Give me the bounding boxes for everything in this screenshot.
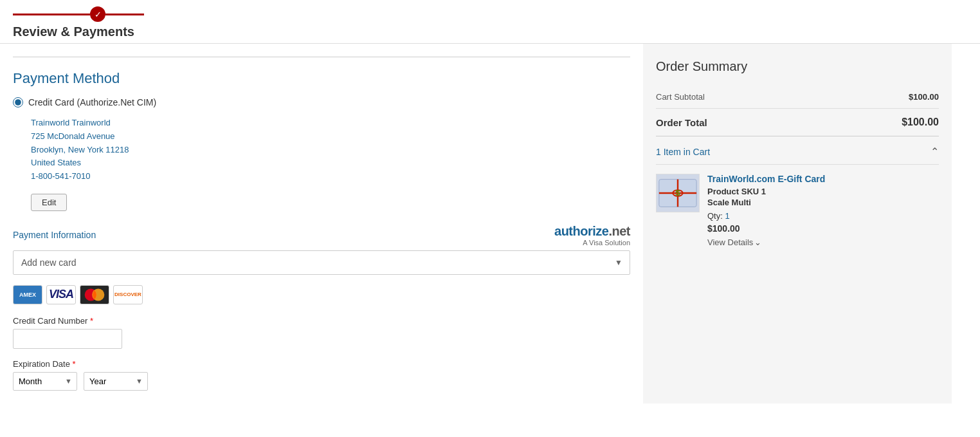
cart-subtotal-value: $100.00 [909,92,939,102]
collapse-cart-button[interactable]: ⌃ [930,145,939,158]
authorize-sub-text: A Visa Solution [554,239,630,246]
cart-item-price: $100.00 [707,223,939,234]
cart-item: $ TrainWorld.com E-Gift Card Product SKU… [656,165,939,256]
page-title: Review & Payments [13,24,967,39]
edit-button[interactable]: Edit [31,194,67,211]
card-select-wrapper: Add new card ▼ [13,250,630,275]
credit-card-number-field: Credit Card Number * [13,316,630,349]
progress-bar: ✓ [13,6,967,22]
mastercard-logo [80,285,109,304]
progress-line-left [13,14,90,15]
expiration-date-field: Expiration Date * Month 010203 040506 07… [13,359,630,391]
address-name: Trainworld Trainworld [31,116,630,130]
gift-card-image-icon: $ [657,174,699,212]
cart-item-image: $ [656,174,700,212]
payment-info-label: Payment Information [13,230,96,240]
payment-method-radio-row: Credit Card (Authorize.Net CIM) [13,97,630,107]
address-city-state: Brooklyn, New York 11218 [31,144,630,157]
credit-card-radio[interactable] [13,97,23,107]
authorize-brand-text: authorize.net [554,224,630,239]
cart-item-scale: Scale Multi [707,198,939,207]
month-select[interactable]: Month 010203 040506 070809 101112 [13,372,77,391]
cart-count: 1 Item in Cart [656,147,710,157]
progress-circle: ✓ [90,6,105,22]
order-total-label: Order Total [656,117,707,128]
authorize-net-logo: authorize.net A Visa Solution [554,224,630,246]
billing-address-block: Trainworld Trainworld 725 McDonald Avenu… [31,116,630,183]
cart-item-sku: Product SKU 1 [707,187,939,196]
view-details-link[interactable]: View Details ⌄ [707,237,939,247]
order-total-row: Order Total $100.00 [656,109,939,136]
mastercard-icon [80,285,109,304]
progress-line-right [105,14,144,15]
svg-text:$: $ [675,188,680,198]
year-select[interactable]: Year 202420252026 2027202820292030 [84,372,148,391]
order-summary-sidebar: Order Summary Cart Subtotal $100.00 Orde… [643,44,952,404]
expiration-required-star: * [73,359,76,369]
discover-logo: DISCOVER [113,285,143,304]
year-select-wrapper: Year 202420252026 2027202820292030 ▼ [84,372,148,391]
cart-item-name: TrainWorld.com E-Gift Card [707,174,939,184]
required-star: * [90,316,93,326]
expiry-row: Month 010203 040506 070809 101112 ▼ Year… [13,372,630,391]
payment-info-row: Payment Information authorize.net A Visa… [13,224,630,246]
order-summary-title: Order Summary [656,59,939,74]
expiration-date-label: Expiration Date * [13,359,630,369]
credit-card-label: Credit Card (Authorize.Net CIM) [28,97,156,107]
payment-method-title: Payment Method [13,70,630,87]
card-logos: AMEX VISA DISCOVER [13,285,630,304]
cart-subtotal-label: Cart Subtotal [656,92,705,102]
order-total-value: $100.00 [902,116,939,128]
header-bar: ✓ Review & Payments [0,0,980,44]
amex-logo: AMEX [13,285,42,304]
card-select[interactable]: Add new card [13,250,630,275]
credit-card-number-label: Credit Card Number * [13,316,630,326]
left-content: Payment Method Credit Card (Authorize.Ne… [0,44,643,404]
cart-subtotal-row: Cart Subtotal $100.00 [656,86,939,109]
chevron-down-icon: ⌄ [754,237,761,247]
visa-logo: VISA [46,285,76,304]
main-layout: Payment Method Credit Card (Authorize.Ne… [0,44,980,416]
address-country: United States [31,156,630,170]
cart-item-qty: Qty: 1 [707,211,939,221]
address-phone: 1-800-541-7010 [31,170,630,183]
cart-item-details: TrainWorld.com E-Gift Card Product SKU 1… [707,174,939,247]
cart-section-header: 1 Item in Cart ⌃ [656,136,939,165]
address-street: 725 McDonald Avenue [31,130,630,144]
credit-card-number-input[interactable] [13,329,122,349]
month-select-wrapper: Month 010203 040506 070809 101112 ▼ [13,372,77,391]
divider [13,57,630,57]
